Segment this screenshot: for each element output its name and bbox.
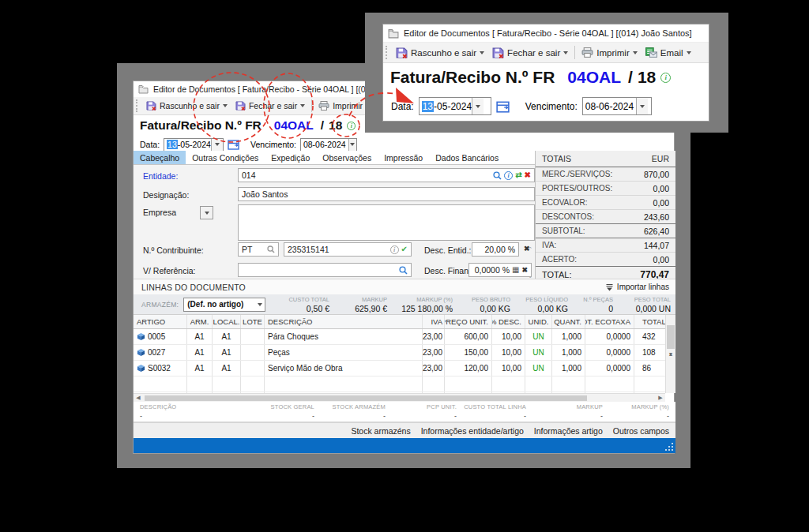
- clear-icon[interactable]: ✖: [525, 171, 531, 179]
- doc-series: 04OAL: [274, 118, 314, 133]
- due-dropdown-button[interactable]: [348, 139, 356, 151]
- chevron-down-icon: [350, 143, 355, 148]
- tab-expedicao[interactable]: Expedição: [265, 151, 316, 164]
- table-row[interactable]: 0027 A1 A1 Peças 23,00 150,00 10,00 UN 1…: [134, 345, 665, 361]
- search-icon[interactable]: [399, 266, 408, 275]
- article-cube-icon: [137, 332, 145, 341]
- info-icon[interactable]: i: [660, 73, 671, 83]
- draft-exit-button[interactable]: Rascunho e sair: [142, 101, 231, 111]
- tab-cabecalho[interactable]: Cabeçalho: [134, 151, 186, 164]
- header-form: Entidade: 014 i ⇄ ✖ Designação: João San…: [134, 165, 535, 279]
- date-input[interactable]: 13-05-2024: [419, 97, 491, 115]
- total-value: 243,60: [644, 212, 669, 222]
- close-exit-button[interactable]: Fechar e sair: [488, 47, 572, 58]
- email-button[interactable]: Email: [642, 47, 695, 58]
- chevron-down-icon[interactable]: [633, 51, 638, 57]
- print-button[interactable]: Imprimir: [578, 47, 642, 58]
- link-info-entidade-artigo[interactable]: Informações entidade/artigo: [421, 426, 524, 436]
- clear-icon[interactable]: ✖: [521, 267, 528, 274]
- info-icon[interactable]: i: [390, 245, 399, 254]
- info-icon[interactable]: i: [504, 171, 513, 180]
- window-title: Editor de Documentos [ Fatura/Recibo - S…: [404, 28, 692, 38]
- entidade-input[interactable]: 014 i ⇄ ✖: [238, 168, 535, 182]
- toolbar-grip[interactable]: [136, 99, 140, 111]
- empresa-dropdown-button[interactable]: [200, 206, 213, 219]
- chevron-down-icon[interactable]: [563, 51, 568, 57]
- search-icon[interactable]: [493, 171, 502, 180]
- doc-number: 18: [329, 118, 342, 133]
- table-row[interactable]: S0032 A1 A1 Serviço Mão de Obra 23,00 12…: [134, 361, 665, 377]
- designacao-input[interactable]: João Santos: [238, 187, 535, 201]
- lines-table: ARTIGO ARM. LOCAL. LOTE DESCRIÇÃO IVA PR…: [134, 315, 665, 393]
- referencia-label: V/ Referência:: [143, 266, 196, 275]
- scroll-left-icon[interactable]: ◀: [134, 394, 143, 402]
- desc-financ-input[interactable]: 0,0000 % ▦ ✖: [468, 263, 532, 277]
- date-dropdown-button[interactable]: [211, 139, 223, 151]
- toolbar-separator: [311, 99, 312, 111]
- tab-impressao[interactable]: Impressão: [378, 151, 429, 164]
- warehouse-label: ARMAZÉM:: [134, 301, 183, 309]
- date-input[interactable]: 13-05-2024: [164, 138, 224, 152]
- link-info-artigo[interactable]: Informações artigo: [534, 426, 603, 436]
- tab-outras-condicoes[interactable]: Outras Condições: [186, 151, 265, 164]
- scroll-right-icon[interactable]: ▶: [656, 394, 665, 402]
- due-date-input[interactable]: 08-06-2024: [300, 138, 357, 152]
- draft-exit-button[interactable]: Rascunho e sair: [392, 47, 488, 58]
- calendar-icon[interactable]: [496, 100, 510, 113]
- total-value: 144,07: [644, 241, 669, 250]
- due-date-input[interactable]: 08-06-2024: [582, 97, 652, 115]
- chevron-down-icon[interactable]: [300, 104, 305, 110]
- table-row-empty[interactable]: [134, 377, 665, 392]
- close-exit-button[interactable]: Fechar e sair: [231, 101, 309, 111]
- vertical-scrollbar[interactable]: ▲ ▼: [665, 315, 675, 393]
- document-icon: [138, 84, 149, 94]
- empresa-textarea[interactable]: ⌃ ⌄: [238, 204, 535, 241]
- calendar-icon[interactable]: [228, 139, 239, 150]
- resize-grip[interactable]: [664, 442, 674, 451]
- entidade-label: Entidade:: [143, 171, 178, 181]
- contribuinte-input[interactable]: 235315141 i ✔: [284, 242, 412, 257]
- warehouse-select[interactable]: (Def. no artigo): [183, 298, 265, 312]
- sync-icon[interactable]: ⇄: [515, 171, 521, 179]
- line-stats: CUSTO TOTAL0,50 € MARKUP625,90 € MARKUP …: [277, 296, 675, 313]
- tab-dados-bancarios[interactable]: Dados Bancários: [429, 151, 505, 164]
- lines-title: LINHAS DO DOCUMENTO: [134, 283, 246, 292]
- link-stock-armazens[interactable]: Stock armazéns: [351, 426, 410, 436]
- warehouse-row: ARMAZÉM: (Def. no artigo) CUSTO TOTAL0,5…: [134, 294, 675, 315]
- referencia-input[interactable]: [238, 263, 412, 277]
- document-lines-header: LINHAS DO DOCUMENTO Importar linhas: [134, 279, 675, 294]
- article-cube-icon: [137, 364, 145, 373]
- date-dropdown-button[interactable]: [472, 98, 484, 114]
- totals-panel: TOTAIS EUR MERC./SERVIÇOS:870,00 PORTES/…: [535, 151, 675, 279]
- save-draft-icon: [146, 101, 156, 111]
- horizontal-scrollbar[interactable]: ◀ ▶: [134, 393, 665, 402]
- article-cube-icon: [137, 348, 145, 357]
- date-label: Data:: [391, 101, 414, 112]
- currency-label: EUR: [652, 154, 669, 163]
- document-heading: Fatura/Recibo N.º FR 04OAL / 18 i: [383, 63, 709, 92]
- due-dropdown-button[interactable]: [636, 98, 648, 114]
- chevron-down-icon[interactable]: [223, 104, 228, 110]
- import-lines-icon: [605, 283, 614, 291]
- link-outros-campos[interactable]: Outros campos: [613, 426, 669, 436]
- date-row: Data: 13-05-2024 Vencimento: 08-06-2024: [383, 92, 709, 121]
- search-icon[interactable]: [267, 245, 275, 253]
- chevron-down-icon[interactable]: [480, 51, 484, 57]
- calculator-icon[interactable]: ▦: [512, 266, 519, 274]
- chevron-down-icon[interactable]: [687, 51, 691, 57]
- info-icon[interactable]: i: [347, 122, 356, 130]
- scrollbar-thumb[interactable]: [145, 395, 587, 401]
- empresa-label: Empresa: [143, 208, 176, 217]
- zoom-callout-window: Editor de Documentos [ Fatura/Recibo - S…: [382, 24, 709, 122]
- chevron-down-icon: [215, 143, 220, 148]
- chevron-down-icon: [476, 105, 480, 111]
- tab-observacoes[interactable]: Observações: [316, 151, 378, 164]
- scroll-down-icon[interactable]: ▼: [666, 315, 675, 393]
- clear-icon[interactable]: ✖: [524, 245, 530, 253]
- import-lines-button[interactable]: Importar linhas: [605, 283, 675, 291]
- toolbar-grip[interactable]: [386, 46, 389, 60]
- table-row[interactable]: 0005 A1 A1 Pára Choques 23,00 600,00 10,…: [134, 329, 665, 345]
- contribuinte-country-input[interactable]: PT: [238, 242, 279, 257]
- desc-entid-input[interactable]: 20,00 %: [472, 242, 519, 257]
- total-value: 0,00: [653, 198, 669, 208]
